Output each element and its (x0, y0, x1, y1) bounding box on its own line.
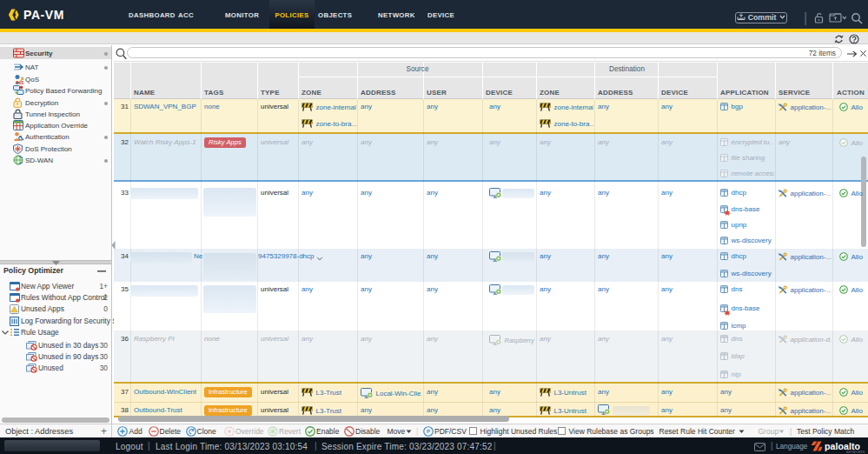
svg-text:P: P (427, 429, 430, 434)
svg-text:QoS: QoS (16, 80, 23, 84)
